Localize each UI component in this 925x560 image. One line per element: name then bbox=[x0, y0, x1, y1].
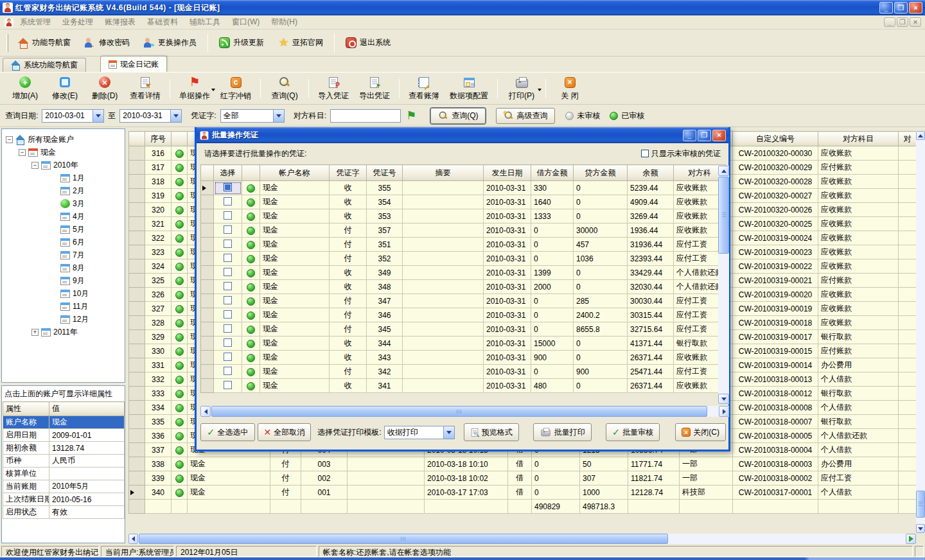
dialog-vscrollbar[interactable] bbox=[718, 166, 729, 404]
close-tab-button[interactable]: × 关 闭 bbox=[550, 74, 590, 103]
change-password-button[interactable]: 修改密码 bbox=[78, 32, 137, 54]
dropdown-caret-icon[interactable] bbox=[538, 89, 542, 91]
tree-expander[interactable] bbox=[19, 149, 26, 156]
mdi-close-button[interactable]: × bbox=[910, 17, 921, 27]
select-all-button[interactable]: ✓ 全选选中 bbox=[200, 423, 255, 441]
close-button[interactable]: × bbox=[909, 2, 922, 13]
property-row[interactable]: 当前账期 2010年5月 bbox=[3, 480, 125, 493]
tree-item[interactable]: 1月 bbox=[2, 171, 125, 184]
hscroll-thumb[interactable] bbox=[139, 534, 668, 544]
tree-item[interactable]: 6月 bbox=[2, 236, 125, 249]
voucher-row[interactable]: 现金 收 341 2010-03-31 480 0 26371.44 应收账款 bbox=[201, 379, 726, 393]
voucher-row[interactable]: 现金 付 347 2010-03-31 0 285 30030.44 应付工资 bbox=[201, 294, 726, 308]
voucher-row[interactable]: 现金 付 357 2010-03-31 0 30000 1936.44 应收账款 bbox=[201, 223, 726, 238]
row-checkbox[interactable] bbox=[224, 381, 232, 389]
view-ledger-button[interactable]: 查看账簿 bbox=[403, 74, 445, 103]
print-template-select[interactable]: 收据打印 bbox=[384, 426, 455, 439]
tree-item[interactable]: 2月 bbox=[2, 184, 125, 197]
property-row[interactable]: 核算单位 bbox=[3, 468, 125, 480]
journal-hscrollbar[interactable] bbox=[128, 534, 916, 544]
voucher-row[interactable]: 现金 付 351 2010-03-31 0 457 31936.44 应付工资 bbox=[201, 238, 726, 252]
restore-button[interactable]: ❐ bbox=[894, 2, 908, 13]
row-checkbox[interactable] bbox=[224, 353, 232, 361]
tree-item[interactable]: 8月 bbox=[2, 261, 125, 274]
menu-item[interactable]: 账簿报表 bbox=[99, 15, 141, 29]
tree-expander[interactable] bbox=[6, 136, 13, 143]
dialog-title-bar[interactable]: 批量操作凭证 _ ❐ × bbox=[197, 127, 728, 143]
query-submit-button[interactable]: 查询(Q) bbox=[430, 108, 485, 124]
tree-item[interactable]: 12月 bbox=[2, 313, 125, 326]
scroll-right-icon[interactable] bbox=[719, 406, 729, 417]
row-checkbox[interactable] bbox=[224, 296, 232, 304]
tree-item[interactable]: 所有现金账户 bbox=[2, 133, 125, 146]
tree-item[interactable]: 11月 bbox=[2, 300, 125, 313]
print-button[interactable]: 打印(P) bbox=[502, 74, 542, 103]
tree-item[interactable]: 7月 bbox=[2, 249, 125, 261]
dialog-close-action-button[interactable]: × 关闭(C) bbox=[675, 423, 726, 441]
deselect-all-button[interactable]: ✕ 全部取消 bbox=[258, 423, 312, 441]
voucher-row[interactable]: 现金 收 354 2010-03-31 1640 0 4909.44 应收账款 bbox=[201, 195, 726, 209]
chevron-down-icon[interactable] bbox=[170, 110, 181, 122]
mdi-restore-button[interactable]: ❐ bbox=[897, 17, 908, 27]
show-unaudited-checkbox[interactable]: 只显示未审核的凭证 bbox=[641, 148, 721, 159]
scroll-right-green-icon[interactable] bbox=[906, 534, 916, 544]
menu-item[interactable]: 辅助工具 bbox=[184, 15, 226, 29]
dialog-minimize-button[interactable]: _ bbox=[683, 130, 696, 141]
property-row[interactable]: 期初余额 13128.74 bbox=[3, 442, 125, 455]
minimize-button[interactable]: _ bbox=[879, 2, 893, 13]
mdi-minimize-button[interactable]: _ bbox=[884, 17, 895, 27]
voucher-row[interactable]: 现金 收 355 2010-03-31 330 0 5239.44 应收账款 bbox=[201, 181, 726, 195]
scroll-up-icon[interactable] bbox=[916, 131, 925, 140]
vscroll-thumb[interactable] bbox=[718, 177, 729, 254]
menu-item[interactable]: 帮助(H) bbox=[265, 15, 303, 29]
tree-item[interactable]: 4月 bbox=[2, 210, 125, 223]
scroll-down-icon[interactable] bbox=[718, 394, 729, 404]
add-button[interactable]: + 增加(A) bbox=[5, 74, 45, 103]
vscroll-thumb[interactable] bbox=[916, 491, 925, 518]
row-checkbox[interactable] bbox=[224, 310, 232, 319]
flag-icon[interactable]: ⚑ bbox=[406, 110, 416, 121]
query-button[interactable]: 查询(Q) bbox=[265, 74, 304, 103]
row-checkbox[interactable] bbox=[224, 240, 232, 248]
tree-item[interactable]: 2011年 bbox=[2, 326, 125, 338]
voucher-row[interactable]: 现金 付 345 2010-03-31 0 8655.8 32715.64 应付… bbox=[201, 322, 726, 337]
exit-system-button[interactable]: 退出系统 bbox=[339, 32, 398, 54]
tree-item[interactable]: 现金 bbox=[2, 146, 125, 159]
red-reversal-button[interactable]: c 红字冲销 bbox=[215, 74, 256, 103]
row-checkbox[interactable] bbox=[224, 183, 232, 191]
doc-operation-button[interactable]: ⚑ 单据操作 bbox=[174, 74, 215, 103]
dialog-hscrollbar[interactable] bbox=[200, 406, 729, 417]
property-row[interactable]: 启用日期 2009-01-01 bbox=[3, 429, 125, 442]
delete-button[interactable]: × 删除(D) bbox=[85, 74, 125, 103]
hscroll-thumb[interactable] bbox=[211, 406, 707, 417]
voucher-row[interactable]: 现金 付 352 2010-03-31 0 1036 32393.44 应付工资 bbox=[201, 252, 726, 266]
checkbox-icon[interactable] bbox=[641, 150, 649, 157]
date-from-select[interactable]: 2010-03-01 bbox=[42, 109, 104, 123]
scroll-left-icon[interactable] bbox=[200, 406, 211, 417]
journal-row[interactable]: 340 现金 付 001 2010-03-17 17:03 借 0 1000 1… bbox=[129, 486, 917, 500]
edit-button[interactable]: 修改(E) bbox=[45, 74, 85, 103]
row-checkbox[interactable] bbox=[224, 367, 232, 375]
chevron-down-icon[interactable] bbox=[443, 426, 454, 439]
scroll-up-icon[interactable] bbox=[718, 166, 729, 176]
preview-format-button[interactable]: 🔍 预览格式 bbox=[464, 423, 519, 441]
journal-vscrollbar[interactable] bbox=[916, 131, 925, 533]
menu-item[interactable]: 系统管理 bbox=[14, 15, 57, 29]
menu-item[interactable]: 业务处理 bbox=[57, 15, 99, 29]
voucher-row[interactable]: 现金 收 353 2010-03-31 1333 0 3269.44 应收账款 bbox=[201, 209, 726, 223]
nav-window-button[interactable]: 功能导航窗 bbox=[11, 32, 78, 54]
row-checkbox[interactable] bbox=[224, 268, 232, 276]
import-voucher-button[interactable]: P 导入凭证 bbox=[313, 74, 354, 103]
tree-item[interactable]: 5月 bbox=[2, 223, 125, 236]
data-config-button[interactable]: 数据项配置 bbox=[445, 74, 493, 103]
scroll-left-icon[interactable] bbox=[128, 534, 138, 544]
website-button[interactable]: ★ 亚拓官网 bbox=[271, 32, 330, 54]
export-voucher-button[interactable]: ➤ 导出凭证 bbox=[354, 74, 395, 103]
property-row[interactable]: 账户名称 现金 bbox=[3, 416, 125, 429]
tab-cash-journal[interactable]: 现金日记账 bbox=[100, 56, 167, 72]
voucher-type-select[interactable]: 全部 bbox=[220, 109, 285, 123]
row-checkbox[interactable] bbox=[224, 211, 232, 220]
row-checkbox[interactable] bbox=[224, 197, 232, 206]
switch-operator-button[interactable]: 更换操作员 bbox=[137, 32, 204, 54]
property-row[interactable]: 上次结账日期 2010-05-16 bbox=[3, 493, 125, 506]
